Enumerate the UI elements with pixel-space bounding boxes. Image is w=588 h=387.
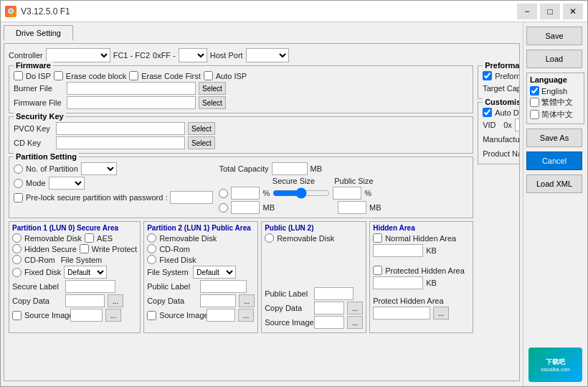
p1-aes-check[interactable] <box>85 233 94 243</box>
pct-radio[interactable] <box>219 189 228 198</box>
burner-select-btn[interactable]: Select <box>199 82 226 95</box>
save-as-button[interactable]: Save As <box>526 129 582 147</box>
firmware-file-input[interactable] <box>67 96 196 109</box>
protected-hidden-row: Protected Hidden Area <box>373 266 470 275</box>
pvco-input[interactable] <box>56 122 185 135</box>
do-isp-check[interactable] <box>14 71 23 80</box>
p1-secure-input[interactable] <box>65 280 115 293</box>
vid-input[interactable] <box>515 118 520 131</box>
cd-key-input[interactable] <box>56 136 185 149</box>
p1-removable-radio[interactable] <box>12 233 22 243</box>
auto-detect-check[interactable] <box>483 108 492 117</box>
close-button[interactable]: ✕ <box>563 4 583 19</box>
mb-label2: MB <box>262 203 275 212</box>
p2-source-input[interactable] <box>207 309 235 322</box>
p1-wp-check[interactable] <box>80 244 89 253</box>
protected-hidden-check[interactable] <box>373 266 382 275</box>
p1-hidden-radio[interactable] <box>12 244 22 253</box>
secure-pct-input[interactable] <box>231 187 260 200</box>
p2-copy-label: Copy Data <box>147 297 197 305</box>
p2-source-label: Source Image <box>159 311 204 320</box>
do-isp-label: Do ISP <box>26 72 51 80</box>
load-button[interactable]: Load <box>526 50 582 68</box>
p2-cdrom-radio[interactable] <box>147 244 156 253</box>
p1-copy-btn[interactable]: ... <box>108 294 123 307</box>
public-lun2-title: Public (LUN 2) <box>265 224 363 232</box>
lun2-copy-input[interactable] <box>314 302 344 314</box>
protect-spacer <box>373 291 470 295</box>
p1-removable-label: Removable Disk <box>24 234 82 243</box>
p1-source-input[interactable] <box>70 309 103 322</box>
hidden-area-title: Hidden Area <box>373 224 470 232</box>
lun2-pub-input[interactable] <box>314 287 354 300</box>
mb-radio[interactable] <box>219 203 228 213</box>
size-slider[interactable] <box>272 189 330 197</box>
p2-removable-radio[interactable] <box>147 233 156 243</box>
customise-group: Customise Setting Auto Detect VID 0x PID <box>478 102 520 164</box>
public-pct-input[interactable] <box>333 187 361 200</box>
p1-copy-input[interactable] <box>65 294 105 307</box>
tab-drive-setting[interactable]: Drive Setting <box>4 25 73 41</box>
p1-fs-label: File System <box>61 256 102 264</box>
pre-lock-check[interactable] <box>14 193 23 202</box>
load-xml-button[interactable]: Load XML <box>526 174 582 193</box>
partition-top: No. of Partition Mode <box>14 162 468 215</box>
maximize-button[interactable]: □ <box>540 4 560 19</box>
preformat-check[interactable] <box>483 71 492 80</box>
erase-code-first-check[interactable] <box>129 71 138 80</box>
pre-lock-input[interactable] <box>170 191 213 204</box>
p2-copy-btn[interactable]: ... <box>239 294 255 307</box>
p2-fs-select[interactable]: Default <box>193 266 236 279</box>
protect-dots-btn[interactable]: ... <box>433 307 449 320</box>
auto-isp-check[interactable] <box>204 71 213 80</box>
p1-source-btn[interactable]: ... <box>105 309 121 322</box>
p1-cdrom-radio[interactable] <box>12 255 22 264</box>
no-partition-radio[interactable] <box>14 164 23 174</box>
p1-fixed-radio[interactable] <box>12 268 22 277</box>
save-button[interactable]: Save <box>526 27 582 45</box>
p2-pub-input[interactable] <box>200 280 247 293</box>
minimize-button[interactable]: − <box>517 4 537 19</box>
normal-hidden-input[interactable] <box>373 244 423 257</box>
trad-chinese-check[interactable] <box>530 98 539 107</box>
controller-label: Controller <box>9 51 43 60</box>
p2-source-check[interactable] <box>147 311 156 320</box>
pvco-select-btn[interactable]: Select <box>188 122 215 135</box>
p2-source-btn[interactable]: ... <box>238 309 254 322</box>
title-bar: 💿 V3.12.5.0 F1 − □ ✕ <box>1 1 587 22</box>
total-cap-input[interactable] <box>272 162 308 175</box>
controller-select[interactable] <box>46 48 110 62</box>
public-mb-input[interactable] <box>338 201 366 214</box>
erase-code-block-check[interactable] <box>54 71 63 80</box>
cd-select-btn[interactable]: Select <box>188 136 215 149</box>
lun2-source-btn[interactable]: ... <box>347 316 363 329</box>
burner-file-input[interactable] <box>67 82 196 95</box>
protect-hidden-input[interactable] <box>373 307 430 320</box>
firmware-select-btn[interactable]: Select <box>199 96 226 109</box>
mode-select[interactable] <box>49 177 85 190</box>
ff-select[interactable] <box>179 48 207 62</box>
p2-fixed-radio[interactable] <box>147 255 156 264</box>
p2-copy: Copy Data ... <box>147 294 255 307</box>
vid-prefix: 0x <box>503 121 512 129</box>
p1-fs-select[interactable]: Default <box>64 266 107 279</box>
normal-hidden-check[interactable] <box>373 233 382 243</box>
partition2-col: Partition 2 (LUN 1) Public Area Removabl… <box>143 221 258 333</box>
english-check[interactable] <box>530 86 539 95</box>
lun2-copy-btn[interactable]: ... <box>347 302 363 314</box>
cancel-button[interactable]: Cancel <box>526 151 582 170</box>
erase-code-first-label: Erase Code First <box>141 72 201 80</box>
no-partition-select[interactable] <box>81 162 117 175</box>
partition-left-controls: No. of Partition Mode <box>14 162 213 215</box>
secure-mb-input[interactable] <box>231 201 260 214</box>
p2-copy-input[interactable] <box>200 294 236 307</box>
auto-detect-label: Auto Detect <box>495 108 520 117</box>
lun2-removable-radio[interactable] <box>265 233 274 243</box>
lun2-source-input[interactable] <box>314 316 344 329</box>
p1-source-check[interactable] <box>12 311 22 320</box>
mode-radio[interactable] <box>14 179 23 188</box>
protected-hidden-input[interactable] <box>373 276 423 289</box>
host-port-select[interactable] <box>246 48 289 62</box>
firmware-row1: Do ISP Erase code block Erase Code First… <box>14 71 468 80</box>
simp-chinese-check[interactable] <box>530 110 539 119</box>
